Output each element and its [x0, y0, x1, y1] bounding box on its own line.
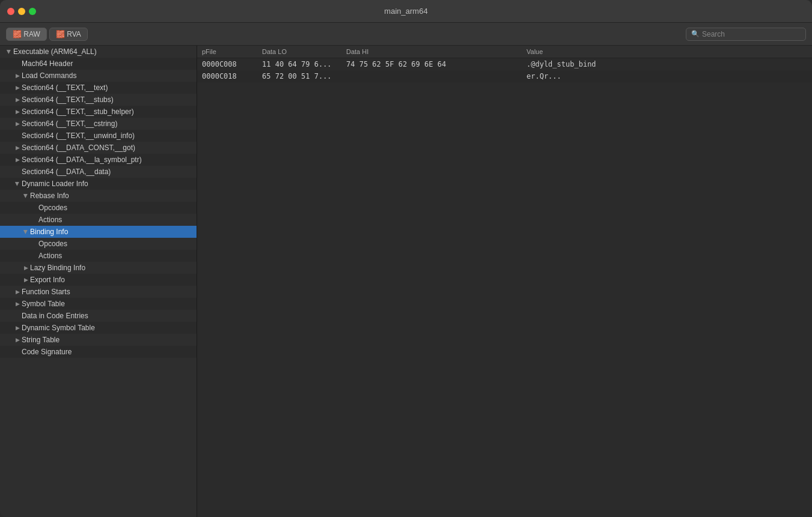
col-header-data-lo: Data LO: [257, 46, 341, 58]
cell-data_lo: 65 72 00 51 7...: [257, 70, 341, 82]
close-button[interactable]: [7, 8, 14, 15]
chevron-icon: ▶: [13, 109, 22, 115]
sidebar-item-label: Load Commands: [22, 71, 76, 80]
sidebar-item-function-starts[interactable]: ▶Function Starts: [0, 286, 197, 298]
sidebar-item-section64-text-text[interactable]: ▶Section64 (__TEXT,__text): [0, 82, 197, 94]
sidebar-item-label: Section64 (__DATA_CONST,__got): [22, 144, 135, 152]
chevron-icon: ▶: [14, 180, 20, 188]
content-area: pFile Data LO Data HI Value 0000C00811 4…: [197, 46, 812, 517]
chevron-icon: ▶: [13, 85, 22, 91]
sidebar-item-rebase-info[interactable]: ▶Rebase Info: [0, 190, 197, 202]
raw-button[interactable]: 🧱 RAW: [6, 28, 47, 41]
sidebar-item-label: Section64 (__TEXT,__unwind_info): [22, 132, 135, 140]
sidebar-item-label: Data in Code Entries: [22, 312, 88, 320]
sidebar-item-string-table[interactable]: ▶String Table: [0, 334, 197, 346]
sidebar-item-binding-info[interactable]: ▶Binding Info: [0, 226, 197, 238]
sidebar-item-executable[interactable]: ▶Executable (ARM64_ALL): [0, 46, 197, 58]
toolbar: 🧱 RAW 🧱 RVA 🔍: [0, 23, 812, 46]
chevron-icon: ▶: [13, 145, 22, 151]
sidebar-item-label: Section64 (__TEXT,__text): [22, 83, 108, 92]
sidebar-item-label: Opcodes: [38, 240, 67, 248]
sidebar-item-code-signature[interactable]: Code Signature: [0, 346, 197, 358]
main-content: ▶Executable (ARM64_ALL)Mach64 Header▶Loa…: [0, 46, 812, 517]
sidebar-item-label: Export Info: [30, 276, 65, 284]
cell-value: .@dyld_stub_bind: [522, 58, 812, 71]
cell-data_lo: 11 40 64 79 6...: [257, 58, 341, 71]
sidebar-item-label: Dynamic Loader Info: [22, 180, 88, 188]
chevron-icon: ▶: [6, 47, 12, 56]
sidebar-item-binding-actions[interactable]: Actions: [0, 250, 197, 262]
sidebar-item-symbol-table[interactable]: ▶Symbol Table: [0, 298, 197, 310]
chevron-icon: ▶: [13, 325, 22, 331]
sidebar-item-rebase-actions[interactable]: Actions: [0, 214, 197, 226]
sidebar-item-label: Section64 (__DATA,__data): [22, 168, 111, 176]
sidebar-item-section64-text-cstring[interactable]: ▶Section64 (__TEXT,__cstring): [0, 118, 197, 130]
sidebar-item-label: Opcodes: [38, 204, 67, 212]
sidebar-item-section64-text-stub-helper[interactable]: ▶Section64 (__TEXT,__stub_helper): [0, 106, 197, 118]
chevron-icon: ▶: [13, 121, 22, 127]
sidebar-item-dynamic-loader-info[interactable]: ▶Dynamic Loader Info: [0, 178, 197, 190]
sidebar-item-data-in-code[interactable]: Data in Code Entries: [0, 310, 197, 322]
traffic-lights: [7, 8, 36, 15]
col-header-value: Value: [522, 46, 812, 58]
sidebar-item-label: Rebase Info: [30, 192, 69, 200]
cell-pfile: 0000C008: [197, 58, 257, 71]
search-box: 🔍: [686, 28, 806, 41]
sidebar: ▶Executable (ARM64_ALL)Mach64 Header▶Loa…: [0, 46, 197, 517]
sidebar-item-dynamic-symbol-table[interactable]: ▶Dynamic Symbol Table: [0, 322, 197, 334]
data-table: pFile Data LO Data HI Value 0000C00811 4…: [197, 46, 812, 82]
rva-button[interactable]: 🧱 RVA: [49, 28, 88, 41]
sidebar-item-label: Symbol Table: [22, 300, 65, 308]
sidebar-item-lazy-binding-info[interactable]: ▶Lazy Binding Info: [0, 262, 197, 274]
cell-data_hi: [341, 70, 522, 82]
chevron-icon: ▶: [13, 337, 22, 343]
sidebar-item-label: Section64 (__TEXT,__cstring): [22, 119, 117, 128]
sidebar-item-section64-data-la-symbol-ptr[interactable]: ▶Section64 (__DATA,__la_symbol_ptr): [0, 154, 197, 166]
chevron-icon: ▶: [13, 301, 22, 307]
cell-pfile: 0000C018: [197, 70, 257, 82]
sidebar-item-label: Binding Info: [30, 228, 68, 236]
sidebar-item-binding-opcodes[interactable]: Opcodes: [0, 238, 197, 250]
chevron-icon: ▶: [13, 97, 22, 103]
col-header-pfile: pFile: [197, 46, 257, 58]
minimize-button[interactable]: [18, 8, 25, 15]
window-title: main_arm64: [384, 7, 427, 16]
sidebar-item-label: Actions: [38, 252, 62, 260]
sidebar-item-export-info[interactable]: ▶Export Info: [0, 274, 197, 286]
sidebar-item-label: Actions: [38, 216, 62, 224]
sidebar-item-label: Code Signature: [22, 348, 72, 356]
sidebar-item-mach64-header[interactable]: Mach64 Header: [0, 58, 197, 70]
sidebar-item-load-commands[interactable]: ▶Load Commands: [0, 70, 197, 82]
chevron-icon: ▶: [13, 157, 22, 163]
sidebar-item-label: Section64 (__TEXT,__stubs): [22, 95, 114, 104]
search-input[interactable]: [702, 30, 801, 38]
sidebar-item-label: Executable (ARM64_ALL): [13, 47, 97, 56]
sidebar-item-label: Section64 (__DATA,__la_symbol_ptr): [22, 156, 142, 164]
cell-data_hi: 74 75 62 5F 62 69 6E 64: [341, 58, 522, 71]
sidebar-item-section64-text-unwind[interactable]: Section64 (__TEXT,__unwind_info): [0, 130, 197, 142]
sidebar-item-label: String Table: [22, 336, 60, 344]
sidebar-item-section64-text-stubs[interactable]: ▶Section64 (__TEXT,__stubs): [0, 94, 197, 106]
col-header-data-hi: Data HI: [341, 46, 522, 58]
search-icon: 🔍: [691, 30, 700, 38]
sidebar-item-label: Dynamic Symbol Table: [22, 324, 95, 332]
sidebar-item-section64-data-data[interactable]: Section64 (__DATA,__data): [0, 166, 197, 178]
titlebar: main_arm64: [0, 0, 812, 23]
sidebar-item-label: Lazy Binding Info: [30, 264, 85, 272]
chevron-icon: ▶: [23, 192, 29, 200]
table-row[interactable]: 0000C00811 40 64 79 6...74 75 62 5F 62 6…: [197, 58, 812, 71]
sidebar-item-rebase-opcodes[interactable]: Opcodes: [0, 202, 197, 214]
table-row[interactable]: 0000C01865 72 00 51 7...er.Qr...: [197, 70, 812, 82]
chevron-icon: ▶: [23, 228, 29, 236]
main-window: main_arm64 🧱 RAW 🧱 RVA 🔍 ▶Executable (AR…: [0, 0, 812, 517]
chevron-icon: ▶: [13, 73, 22, 79]
sidebar-item-section64-data-const-got[interactable]: ▶Section64 (__DATA_CONST,__got): [0, 142, 197, 154]
sidebar-item-label: Section64 (__TEXT,__stub_helper): [22, 107, 134, 116]
sidebar-item-label: Function Starts: [22, 288, 70, 296]
chevron-icon: ▶: [22, 265, 30, 271]
chevron-icon: ▶: [22, 277, 30, 283]
chevron-icon: ▶: [13, 289, 22, 295]
maximize-button[interactable]: [29, 8, 36, 15]
sidebar-item-label: Mach64 Header: [22, 59, 73, 68]
cell-value: er.Qr...: [522, 70, 812, 82]
